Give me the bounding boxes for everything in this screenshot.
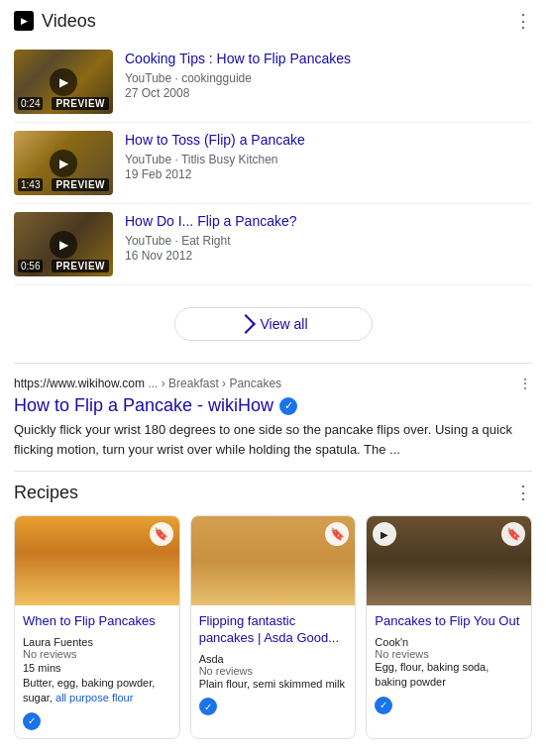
recipe-reviews-1: No reviews — [23, 648, 171, 660]
video-info-3: How Do I... Flip a Pancake? YouTube · Ea… — [125, 212, 532, 263]
video-info-1: Cooking Tips : How to Flip Pancakes YouT… — [125, 50, 532, 100]
recipe-img-2: 🔖 — [191, 516, 356, 605]
recipe-img-3: 🔖 ▶ — [367, 516, 531, 605]
video-item-3: ▶ 0:56 PREVIEW How Do I... Flip a Pancak… — [14, 204, 532, 285]
recipe-title-1: When to Flip Pancakes — [23, 613, 171, 630]
recipe-card-1[interactable]: 🔖 When to Flip Pancakes Laura Fuentes No… — [14, 515, 180, 739]
recipes-header: Recipes ⋮ — [14, 482, 532, 503]
recipe-source-3: Cook'n — [375, 636, 523, 648]
video-source-1: YouTube — [125, 71, 171, 85]
recipe-ingredients-3: Egg, flour, baking soda, baking powder — [375, 660, 523, 691]
play-button-2[interactable]: ▶ — [50, 150, 77, 177]
videos-section: Videos ⋮ ▶ 0:24 PREVIEW Cooking Tips : H… — [0, 0, 546, 363]
video-channel-1: cookingguide — [181, 71, 252, 85]
wiki-title-link[interactable]: How to Flip a Pancake - wikiHow ✓ — [14, 395, 532, 416]
video-icon — [14, 11, 34, 31]
recipe-ingredients-1: Butter, egg, baking powder, sugar, all p… — [23, 676, 171, 706]
video-channel-3: Eat Right — [181, 234, 230, 248]
videos-title: Videos — [42, 11, 96, 32]
video-preview-2: PREVIEW — [52, 178, 109, 191]
videos-menu-dots[interactable]: ⋮ — [514, 10, 532, 32]
play-button-1[interactable]: ▶ — [50, 68, 77, 96]
recipe-title-2: Flipping fantastic pancakes | Asda Good.… — [199, 613, 348, 647]
verified-badge-icon: ✓ — [279, 397, 297, 415]
wiki-snippet: Quickly flick your wrist 180 degrees to … — [14, 420, 532, 459]
recipe-card-2[interactable]: 🔖 Flipping fantastic pancakes | Asda Goo… — [190, 515, 357, 739]
video-duration-2: 1:43 — [18, 178, 43, 191]
video-title-1[interactable]: Cooking Tips : How to Flip Pancakes — [125, 51, 351, 66]
bookmark-icon-1[interactable]: 🔖 — [150, 522, 173, 546]
video-source-2: YouTube — [125, 153, 171, 166]
video-meta-2: YouTube · Titlis Busy Kitchen — [125, 153, 532, 166]
wiki-url-text: https://www.wikihow.com ... › Breakfast … — [14, 377, 281, 390]
video-meta-3: YouTube · Eat Right — [125, 234, 532, 248]
recipe-body-2: Flipping fantastic pancakes | Asda Good.… — [191, 605, 356, 723]
recipe-title-3: Pancakes to Flip You Out — [375, 613, 523, 630]
check-badge-2: ✓ — [199, 698, 217, 715]
bookmark-icon-3[interactable]: 🔖 — [501, 522, 525, 546]
recipe-body-1: When to Flip Pancakes Laura Fuentes No r… — [15, 605, 179, 738]
video-date-1: 27 Oct 2008 — [125, 86, 532, 100]
recipe-body-3: Pancakes to Flip You Out Cook'n No revie… — [367, 605, 531, 722]
recipe-ingredients-2: Plain flour, semi skimmed milk — [199, 677, 348, 692]
recipe-reviews-3: No reviews — [375, 648, 523, 660]
view-all-button[interactable]: View all — [174, 307, 373, 341]
video-title-3[interactable]: How Do I... Flip a Pancake? — [125, 213, 297, 229]
ingredient-link-1[interactable]: all purpose flour — [55, 692, 133, 703]
video-source-3: YouTube — [125, 234, 171, 248]
recipe-source-2: Asda — [199, 653, 348, 665]
recipes-menu-dots[interactable]: ⋮ — [514, 482, 532, 503]
view-all-label: View all — [261, 316, 308, 332]
videos-header: Videos ⋮ — [14, 10, 532, 32]
video-date-3: 16 Nov 2012 — [125, 249, 532, 263]
recipe-card-3[interactable]: 🔖 ▶ Pancakes to Flip You Out Cook'n No r… — [366, 515, 532, 739]
video-item-1: ▶ 0:24 PREVIEW Cooking Tips : How to Fli… — [14, 42, 532, 123]
wiki-menu-dots[interactable]: ⋮ — [518, 376, 532, 391]
recipes-section: Recipes ⋮ 🔖 When to Flip Pancakes Laura … — [0, 472, 546, 749]
video-duration-1: 0:24 — [18, 97, 43, 110]
video-thumb-1[interactable]: ▶ 0:24 PREVIEW — [14, 50, 113, 114]
video-channel-2: Titlis Busy Kitchen — [181, 153, 278, 166]
recipe-source-1: Laura Fuentes — [23, 636, 171, 648]
wiki-url-row: https://www.wikihow.com ... › Breakfast … — [14, 376, 532, 391]
wiki-result: https://www.wikihow.com ... › Breakfast … — [0, 364, 546, 471]
video-meta-1: YouTube · cookingguide — [125, 71, 532, 85]
video-title-2[interactable]: How to Toss (Flip) a Pancake — [125, 132, 305, 148]
recipe-img-1: 🔖 — [15, 516, 179, 605]
wiki-url-info: https://www.wikihow.com ... › Breakfast … — [14, 377, 281, 390]
video-preview-1: PREVIEW — [52, 97, 109, 110]
video-item-2: ▶ 1:43 PREVIEW How to Toss (Flip) a Panc… — [14, 123, 532, 204]
recipe-time-1: 15 mins — [23, 662, 171, 674]
recipe-reviews-2: No reviews — [199, 665, 348, 677]
video-thumb-3[interactable]: ▶ 0:56 PREVIEW — [14, 212, 113, 276]
arrow-right-icon — [236, 314, 256, 334]
recipes-title: Recipes — [14, 483, 78, 503]
check-badge-1: ✓ — [23, 712, 41, 730]
video-duration-3: 0:56 — [18, 260, 43, 272]
video-thumb-2[interactable]: ▶ 1:43 PREVIEW — [14, 131, 113, 195]
video-preview-3: PREVIEW — [52, 260, 109, 272]
wiki-title-text: How to Flip a Pancake - wikiHow — [14, 395, 273, 416]
video-info-2: How to Toss (Flip) a Pancake YouTube · T… — [125, 131, 532, 181]
video-date-2: 19 Feb 2012 — [125, 167, 532, 181]
recipes-grid: 🔖 When to Flip Pancakes Laura Fuentes No… — [14, 515, 532, 739]
play-button-3[interactable]: ▶ — [50, 231, 77, 259]
check-badge-3: ✓ — [375, 697, 392, 714]
